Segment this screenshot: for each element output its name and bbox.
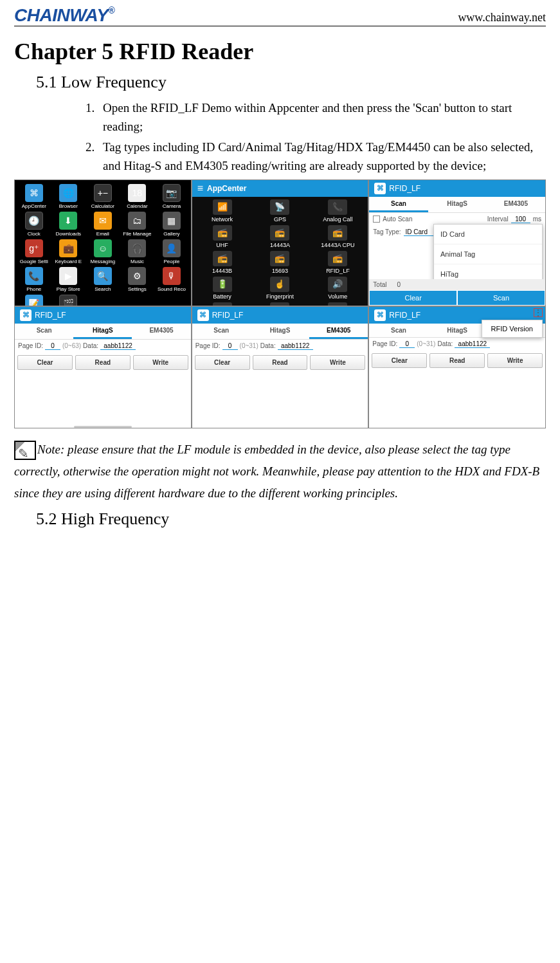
- read-button[interactable]: Read: [429, 353, 485, 368]
- app-play-store[interactable]: ▶Play Store: [52, 267, 86, 292]
- app-settings[interactable]: ⚙Settings: [121, 267, 154, 292]
- app-clock[interactable]: 🕘Clock: [17, 212, 51, 237]
- clear-button[interactable]: Clear: [369, 290, 457, 306]
- read-button[interactable]: Read: [253, 355, 308, 370]
- screenshot-row-2: ⌘RFID_LF Scan HitagS EM4305 Page ID: 0 (…: [14, 306, 546, 428]
- page-id-input[interactable]: 0: [45, 342, 60, 350]
- dropdown-item[interactable]: ID Card: [434, 225, 542, 244]
- tab-hitags[interactable]: HitagS: [251, 324, 309, 339]
- appcenter-item-sensor[interactable]: 〰Sensor: [194, 301, 251, 306]
- data-label: Data:: [83, 342, 98, 349]
- appcenter-item-14443b[interactable]: 📻14443B: [194, 250, 251, 275]
- app-messaging[interactable]: ☺Messaging: [86, 239, 120, 264]
- note-icon: [14, 441, 36, 460]
- appcenter-item-network[interactable]: 📶Network: [194, 198, 251, 224]
- appcenter-item-rfid_lf[interactable]: 📻RFID_LF: [309, 250, 366, 275]
- data-input[interactable]: aabb1122: [100, 342, 136, 350]
- app-gallery[interactable]: ▦Gallery: [155, 212, 188, 237]
- tab-hitags[interactable]: HitagS: [428, 324, 487, 337]
- data-label: Data:: [260, 342, 276, 349]
- app-browser[interactable]: 🌐Browser: [52, 184, 86, 209]
- appcenter-item-analog-call[interactable]: 📞Analog Call: [309, 198, 366, 224]
- page-header: CHAINWAY® www.chainway.net: [14, 5, 546, 26]
- page-range: (0~31): [240, 342, 258, 349]
- clear-button[interactable]: Clear: [17, 355, 73, 370]
- note-paragraph: Note: please ensure that the LF module i…: [14, 439, 546, 505]
- appcenter-item-fingerprint[interactable]: ☝Fingerprint: [251, 275, 309, 301]
- app-downloads[interactable]: ⬇Downloads: [52, 212, 86, 237]
- tab-scan[interactable]: Scan: [15, 324, 73, 339]
- write-button[interactable]: Write: [133, 355, 188, 370]
- screenshot-em4305: ⌘RFID_LF Scan HitagS EM4305 Page ID: 0 (…: [192, 306, 369, 428]
- app-file-manage[interactable]: 🗂File Manage: [121, 212, 154, 237]
- write-button[interactable]: Write: [310, 355, 365, 370]
- appcenter-item-15693[interactable]: 📻15693: [251, 250, 309, 275]
- steps-list: Open the RFID_LF Demo within Appcenter a…: [85, 98, 546, 176]
- tab-scan[interactable]: Scan: [369, 197, 428, 212]
- section-5-1-title: 5.1 Low Frequency: [36, 73, 546, 92]
- interval-input[interactable]: 100: [511, 216, 530, 223]
- appcenter-item-14443a[interactable]: 📻14443A: [251, 224, 309, 250]
- appcenter-item-psam[interactable]: ⌧PSAM: [309, 301, 366, 306]
- data-input[interactable]: aabb1122: [278, 342, 313, 350]
- app-sound-reco[interactable]: 🎙Sound Reco: [155, 267, 188, 292]
- appcenter-item-beidou[interactable]: ▲Beidou: [251, 301, 309, 306]
- rfid-title: RFID_LF: [389, 184, 420, 193]
- clear-button[interactable]: Clear: [372, 353, 427, 368]
- page-range: (0~63): [62, 342, 81, 349]
- app-appcenter[interactable]: ⌘AppCenter: [17, 184, 51, 209]
- auto-scan-checkbox[interactable]: [373, 216, 380, 223]
- app-calendar[interactable]: 18Calendar: [121, 184, 154, 209]
- appcenter-item-14443a-cpu[interactable]: 📻14443A CPU: [309, 224, 366, 250]
- tab-em4305[interactable]: EM4305: [132, 324, 190, 339]
- app-videos[interactable]: 🎬Videos: [52, 295, 86, 306]
- tab-em4305[interactable]: EM4305: [309, 324, 368, 339]
- tab-hitags[interactable]: HitagS: [428, 197, 487, 212]
- data-label: Data:: [437, 340, 453, 347]
- header-url: www.chainway.net: [458, 11, 546, 26]
- app-google-setti[interactable]: g⁺Google Setti: [17, 239, 51, 264]
- page-id-input[interactable]: 0: [222, 342, 238, 350]
- menu-icon[interactable]: ≡: [197, 183, 203, 194]
- overflow-menu-icon[interactable]: ⋮: [534, 308, 543, 317]
- appcenter-item-battery[interactable]: 🔋Battery: [194, 275, 251, 301]
- home-indicator: [74, 426, 132, 428]
- rfid-version-menu[interactable]: RFID Version: [482, 320, 543, 338]
- auto-scan-label: Auto Scan: [383, 216, 412, 223]
- appcenter-item-volume[interactable]: 🔊Volume: [309, 275, 366, 301]
- dropdown-item[interactable]: Animal Tag: [434, 244, 542, 264]
- app-calculator[interactable]: +−Calculator: [86, 184, 120, 209]
- screenshot-launcher: ⌘AppCenter🌐Browser+−Calculator18Calendar…: [14, 179, 192, 306]
- scan-button[interactable]: Scan: [457, 290, 545, 306]
- app-people[interactable]: 👤People: [155, 239, 188, 264]
- app-music[interactable]: 🎧Music: [121, 239, 154, 264]
- clear-button[interactable]: Clear: [195, 355, 250, 370]
- tab-scan[interactable]: Scan: [369, 324, 428, 337]
- appcenter-header: ≡ AppCenter: [192, 180, 368, 197]
- app-search[interactable]: 🔍Search: [86, 267, 120, 292]
- screenshot-appcenter: ≡ AppCenter 📶Network📡GPS📞Analog Call📻UHF…: [192, 179, 369, 306]
- rfid-title: RFID_LF: [389, 311, 420, 320]
- rfid-title: RFID_LF: [35, 311, 66, 320]
- app-phone[interactable]: 📞Phone: [17, 267, 51, 292]
- app-camera[interactable]: 📷Camera: [155, 184, 188, 209]
- appcenter-item-uhf[interactable]: 📻UHF: [194, 224, 251, 250]
- read-button[interactable]: Read: [75, 355, 131, 370]
- tab-em4305[interactable]: EM4305: [487, 197, 545, 212]
- tag-type-label: Tag Type:: [373, 228, 401, 235]
- tab-hitags[interactable]: HitagS: [73, 324, 132, 339]
- app-keyboard-e[interactable]: 💼Keyboard E: [52, 239, 86, 264]
- page-id-input[interactable]: 0: [399, 340, 415, 348]
- tab-scan[interactable]: Scan: [192, 324, 251, 339]
- interval-label: Interval: [487, 216, 509, 223]
- screenshot-row-1: ⌘AppCenter🌐Browser+−Calculator18Calendar…: [14, 179, 546, 306]
- rfid-title: RFID_LF: [212, 311, 244, 320]
- total-label: Total: [373, 281, 386, 288]
- app-email[interactable]: ✉Email: [86, 212, 120, 237]
- app-todo[interactable]: 📝ToDo: [17, 295, 51, 306]
- write-button[interactable]: Write: [487, 353, 543, 368]
- total-value: 0: [397, 281, 401, 288]
- note-text: Note: please ensure that the LF module i…: [14, 443, 539, 500]
- data-input[interactable]: aabb1122: [455, 340, 490, 348]
- appcenter-item-gps[interactable]: 📡GPS: [251, 198, 309, 224]
